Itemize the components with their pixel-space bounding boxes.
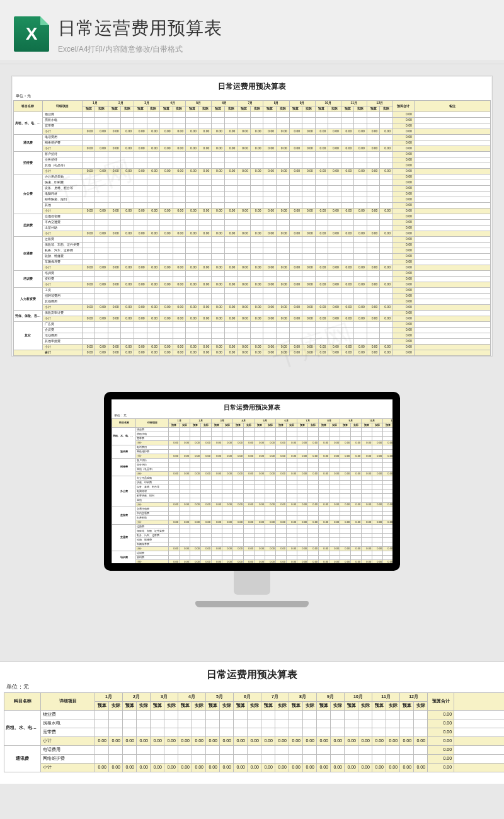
divider: [0, 64, 504, 64]
unit-label: 单位：元: [4, 683, 500, 692]
budget-table: 科目名称 详细项目 1月2月3月4月5月6月7月8月9月10月11月12月 预算…: [112, 418, 392, 563]
excel-file-icon: [14, 16, 49, 52]
page-subtitle: Excel/A4打印/内容随意修改/自带格式: [58, 44, 491, 55]
sheet-title: 日常运费用预决算表: [4, 665, 500, 683]
sheet-title: 日常运费用预决算表: [112, 399, 392, 413]
page-header: 日常运营费用预算表 Excel/A4打印/内容随意修改/自带格式: [0, 0, 504, 60]
spreadsheet-preview-card: 日常运费用预决算表 单位：元 科目名称 详细项目 1月2月3月4月5月6月7月8…: [11, 76, 493, 357]
monitor-mockup: 日常运费用预决算表 单位：元 科目名称 详细项目 1月2月3月4月5月6月7月8…: [0, 373, 504, 645]
budget-table: 科目名称 详细项目 1月2月3月4月5月6月7月8月9月10月11月12月 预算…: [4, 692, 504, 772]
page-title: 日常运营费用预算表: [58, 16, 491, 40]
budget-table: 科目名称 详细项目 1月2月3月4月5月6月7月8月9月10月11月12月 预算…: [13, 100, 491, 356]
unit-label: 单位：元: [112, 413, 392, 418]
sheet-title: 日常运费用预决算表: [13, 77, 491, 93]
unit-label: 单位：元: [13, 93, 491, 100]
spreadsheet-bottom-strip: 日常运费用预决算表 单位：元 科目名称 详细项目 1月2月3月4月5月6月7月8…: [0, 662, 504, 784]
